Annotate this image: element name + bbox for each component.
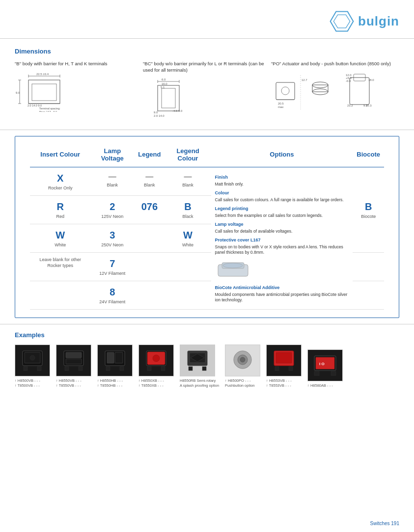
- opt-biocote-title: BioCote Antimicrobial Additive: [215, 285, 351, 291]
- svg-rect-86: [331, 372, 336, 375]
- svg-text:9.0: 9.0: [16, 91, 20, 94]
- opt-cover-title: Protective cover L167: [215, 237, 351, 243]
- th-biocote: Biocote: [353, 144, 384, 167]
- svg-point-67: [153, 355, 160, 362]
- svg-text:25.3: 25.3: [366, 104, 372, 107]
- dim-col-b: "B" body with barrier for H, T and K ter…: [15, 61, 143, 113]
- dim-label-bc: "BC" body w/o barrier primarily for L or…: [143, 61, 271, 74]
- svg-rect-3: [32, 84, 56, 101]
- opt-biocote-body: Moulded components have antimicrobial pr…: [215, 292, 351, 303]
- example-img-h8550rb: [180, 345, 215, 376]
- opt-colour-title: Colour: [215, 190, 351, 196]
- dim-diagram-b: 9.0 22.5 ±0.4 Terminal spacing: Btwn 1&3…: [15, 70, 83, 112]
- example-item-h8550vb: ↑ H8550VB - - - ↑ T8550VB - - -: [56, 345, 91, 388]
- svg-text:-4.5: -4.5: [172, 109, 178, 112]
- svg-point-29: [281, 87, 289, 95]
- dim-label-b: "B" body with barrier for H, T and K ter…: [15, 61, 143, 67]
- logo-icon: [330, 9, 354, 33]
- legend-empty-3: [134, 281, 165, 309]
- page-header: bulgin: [0, 0, 414, 39]
- svg-text:9.0: 9.0: [178, 109, 183, 112]
- example-item-h8550hb: ↑ H8550HB - - - ↑ T8550HB - - -: [97, 345, 133, 388]
- opt-colour-body: Call sales for custom colours. A full ra…: [215, 197, 351, 203]
- svg-rect-56: [66, 352, 82, 358]
- svg-rect-63: [106, 367, 110, 371]
- legend-col-w: W White: [165, 224, 211, 252]
- svg-text:Btwn 1&3 - 6.0: Btwn 1&3 - 6.0: [39, 110, 57, 112]
- legend-empty: [134, 224, 165, 252]
- svg-rect-64: [120, 367, 124, 371]
- svg-rect-16: [158, 85, 179, 111]
- example-item-h8550xb: ↑ H8550XB - - - ↑ T8550XB - - -: [138, 345, 174, 388]
- page-number: Switches 191: [370, 521, 399, 526]
- svg-rect-81: [289, 367, 293, 371]
- svg-text:2.0 14.0: 2.0 14.0: [154, 114, 165, 117]
- example-img-h8550xb: [138, 345, 174, 376]
- insert-blank: Leave blank for other Rocker types: [30, 252, 90, 281]
- biocote-code: B Biocote: [353, 167, 384, 252]
- example-label-h8550rb: H8550RB Semi-rotary A splash proofing op…: [180, 378, 219, 388]
- dim-diagram-po: 20.5 max 12.7 12.0 +6.0 -0.0 18.0 23.2 9…: [271, 70, 399, 112]
- svg-rect-59: [79, 367, 83, 371]
- example-label-h8500po: ↑ H8500PO - - - Pushbutton option: [225, 378, 254, 388]
- svg-text:18.0: 18.0: [368, 79, 374, 81]
- opt-lamp-title: Lamp voltage: [215, 221, 351, 228]
- cover-image: [215, 258, 351, 282]
- legend-empty-2: [134, 252, 165, 281]
- svg-rect-28: [276, 82, 295, 100]
- svg-text:-0.0: -0.0: [346, 80, 351, 82]
- example-img-h8553vb: [266, 345, 302, 376]
- examples-section: Examples ↑ H8500VB - - - ↑ T8500VB - - -: [0, 324, 414, 393]
- lamp-blank: — Blank: [90, 167, 134, 195]
- options-col: Finish Matt finish only. Colour Call sal…: [211, 167, 353, 309]
- example-item-h8550rb: H8550RB Semi-rotary A splash proofing op…: [180, 345, 219, 388]
- dimensions-title: Dimensions: [15, 48, 399, 55]
- svg-text:22.5 ±0.4: 22.5 ±0.4: [36, 73, 49, 76]
- example-item-h8553vb: ↑ H8553VB - - - ↑ T8553VB - - -: [266, 345, 302, 388]
- svg-text:Terminal spacing:: Terminal spacing:: [39, 107, 60, 110]
- insert-code-x: X Rocker Only: [30, 167, 90, 195]
- insert-code-r: R Red: [30, 195, 90, 224]
- examples-title: Examples: [15, 331, 399, 339]
- legend-col-empty-2: [165, 281, 211, 309]
- example-img-h8580ab: I O: [307, 349, 343, 381]
- svg-rect-53: [24, 367, 28, 371]
- svg-text:23.2: 23.2: [347, 104, 353, 107]
- biocote-empty: [353, 252, 384, 281]
- svg-rect-73: [189, 367, 193, 371]
- legend-col-b: B Black: [165, 195, 211, 224]
- svg-rect-57: [66, 359, 82, 364]
- svg-rect-61: [107, 352, 114, 363]
- example-label-h8550hb: ↑ H8550HB - - - ↑ T8550HB - - -: [97, 378, 123, 388]
- svg-text:max: max: [278, 106, 283, 108]
- example-img-h8500po: [225, 345, 260, 376]
- svg-text:6.0: 6.0: [162, 78, 166, 81]
- svg-rect-17: [162, 88, 175, 108]
- example-label-h8500vb: ↑ H8500VB - - - ↑ T8500VB - - -: [15, 378, 40, 388]
- example-img-h8500vb: [15, 345, 50, 376]
- svg-rect-54: [37, 367, 41, 371]
- opt-lamp-body: Call sales for details of available volt…: [215, 229, 351, 234]
- svg-marker-1: [333, 15, 350, 28]
- insert-code-w: W White: [30, 224, 90, 252]
- example-item-h8500po: ↑ H8500PO - - - Pushbutton option: [225, 345, 260, 388]
- svg-text:20.5: 20.5: [278, 102, 284, 105]
- cover-svg: [217, 260, 249, 278]
- opt-legend-title: Legend printing: [215, 206, 351, 212]
- table-section: Insert Colour Lamp Voltage Legend Legend…: [15, 136, 399, 318]
- opt-legend-body: Select from the examples or call sales f…: [215, 213, 351, 218]
- svg-text:12.7: 12.7: [302, 79, 307, 81]
- lamp-code-8: 8 24V Filament: [90, 281, 134, 309]
- examples-images-row: ↑ H8500VB - - - ↑ T8500VB - - - ↑ H8550V…: [15, 345, 399, 388]
- th-legend: Legend: [134, 144, 165, 167]
- svg-text:2.0 14.0  9.0: 2.0 14.0 9.0: [28, 104, 42, 107]
- lamp-code-7: 7 12V Filament: [90, 252, 134, 281]
- svg-rect-38: [350, 78, 369, 105]
- lamp-code-2: 2 125V Neon: [90, 195, 134, 224]
- brand-name: bulgin: [358, 14, 399, 29]
- th-options: Options: [211, 144, 353, 167]
- example-item-h8500vb: ↑ H8500VB - - - ↑ T8500VB - - -: [15, 345, 50, 388]
- th-insert-colour: Insert Colour: [30, 144, 90, 167]
- opt-finish-body: Matt finish only.: [215, 182, 351, 187]
- example-label-h8580ab: ↑ H8580AB - - -: [307, 383, 333, 388]
